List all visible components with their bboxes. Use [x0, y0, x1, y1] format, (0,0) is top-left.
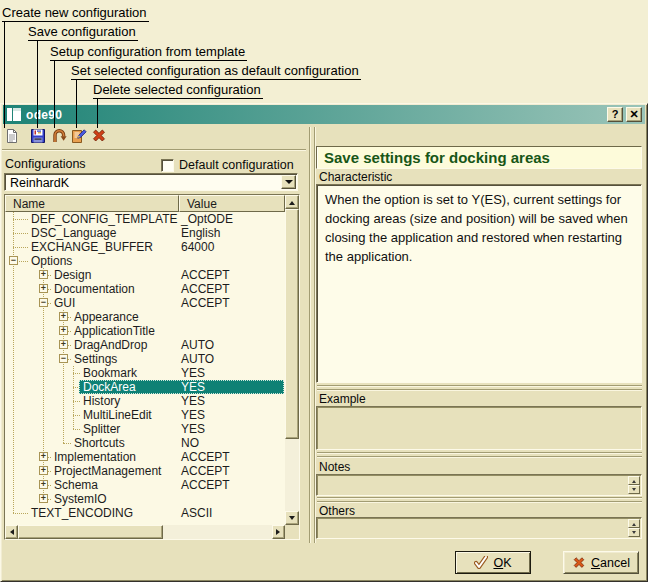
example-text-box[interactable] — [316, 406, 642, 450]
tree-connector-line — [73, 401, 80, 402]
new-configuration-button[interactable] — [3, 128, 20, 145]
tree-row[interactable]: +DesignACCEPT — [5, 268, 285, 282]
tree-row-name: Schema — [54, 478, 98, 492]
help-button[interactable]: ? — [607, 107, 623, 122]
tree-row[interactable]: EXCHANGE_BUFFER64000 — [5, 240, 285, 254]
section-splitter[interactable] — [317, 497, 642, 505]
set-default-configuration-button[interactable] — [70, 128, 87, 145]
close-button[interactable]: ✕ — [626, 107, 642, 122]
tree-row[interactable]: DSC_LanguageEnglish — [5, 226, 285, 240]
tree-row[interactable]: ShortcutsNO — [5, 436, 285, 450]
example-label: Example — [319, 392, 366, 406]
toolbar-separator — [2, 149, 306, 151]
tree-vscroll-thumb[interactable] — [285, 209, 299, 439]
tree-row-value: _OptODE — [181, 212, 233, 226]
tree-scroll-up-button[interactable] — [285, 195, 299, 209]
notes-mini-scrollbar[interactable] — [628, 476, 640, 494]
delete-configuration-button[interactable] — [90, 128, 107, 145]
set-default-configuration-icon — [71, 128, 87, 144]
tree-scroll-down-button[interactable] — [285, 511, 299, 525]
annotation-delete: Delete selected configuration — [93, 83, 263, 99]
annotation-line — [97, 98, 98, 128]
tree-row[interactable]: +DocumentationACCEPT — [5, 282, 285, 296]
triangle-up-icon — [632, 521, 636, 526]
expand-toggle-icon[interactable]: + — [39, 480, 48, 489]
tree-row[interactable]: +SystemIO — [5, 492, 285, 506]
tree-row-value: English — [181, 226, 220, 240]
mini-scroll-down-button[interactable] — [628, 485, 640, 494]
tree-row[interactable]: −Options — [5, 254, 285, 268]
tree-column-header-name[interactable]: Name — [5, 195, 179, 212]
splitter-ridge — [309, 127, 311, 543]
combobox-dropdown-button[interactable] — [281, 175, 296, 189]
tree-row-value: 64000 — [181, 240, 214, 254]
tree-column-header-value[interactable]: Value — [179, 195, 285, 212]
tree-row-value: ACCEPT — [181, 296, 230, 310]
expand-toggle-icon[interactable]: + — [39, 494, 48, 503]
tree-row[interactable]: +Appearance — [5, 310, 285, 324]
section-splitter[interactable] — [317, 452, 642, 460]
others-text-box[interactable] — [316, 517, 642, 539]
app-icon — [7, 108, 21, 121]
annotation-line — [37, 40, 38, 128]
save-configuration-button[interactable] — [29, 128, 46, 145]
characteristic-text-box[interactable]: When the option is set to Y(ES), current… — [316, 184, 642, 383]
collapse-toggle-icon[interactable]: − — [39, 298, 48, 307]
cancel-button[interactable]: Cancel — [563, 551, 639, 574]
collapse-toggle-icon[interactable]: − — [59, 354, 68, 363]
titlebar[interactable]: ode90 ? ✕ — [3, 105, 645, 124]
tree-connector-line — [13, 233, 28, 234]
tree-row[interactable]: +ImplementationACCEPT — [5, 450, 285, 464]
notes-text-box[interactable] — [316, 474, 642, 496]
configurations-combobox[interactable]: ReinhardK — [4, 173, 298, 191]
tree-hscroll-thumb[interactable] — [18, 525, 163, 539]
tree-scroll-right-button[interactable] — [272, 525, 285, 539]
mini-scroll-down-button[interactable] — [628, 528, 640, 537]
tree-content[interactable]: DEF_CONFIG_TEMPLATE_OptODEDSC_LanguageEn… — [5, 212, 285, 525]
tree-row-name: GUI — [54, 296, 75, 310]
tree-row[interactable]: HistoryYES — [5, 394, 285, 408]
tree-row[interactable]: SplitterYES — [5, 422, 285, 436]
expand-toggle-icon[interactable]: + — [39, 466, 48, 475]
configurations-combobox-value: ReinhardK — [10, 176, 69, 190]
expand-toggle-icon[interactable]: + — [59, 312, 68, 321]
annotation-set-default: Set selected configuration as default co… — [71, 64, 361, 80]
tree-row[interactable]: +ProjectManagementACCEPT — [5, 464, 285, 478]
tree-row[interactable]: +ApplicationTitle — [5, 324, 285, 338]
notes-label: Notes — [319, 460, 350, 474]
others-mini-scrollbar[interactable] — [628, 519, 640, 537]
triangle-down-icon — [289, 516, 295, 523]
expand-toggle-icon[interactable]: + — [59, 340, 68, 349]
collapse-toggle-icon[interactable]: − — [9, 256, 18, 265]
tree-row-value: ACCEPT — [181, 268, 230, 282]
tree-row-name: Design — [54, 268, 91, 282]
configuration-tree[interactable]: Name Value DEF_CONFIG_TEMPLATE_OptODEDSC… — [4, 194, 300, 540]
tree-connector-line — [13, 219, 28, 220]
tree-row[interactable]: MultiLineEditYES — [5, 408, 285, 422]
annotation-setup-template: Setup configuration from template — [50, 45, 247, 61]
tree-row-name: Appearance — [74, 310, 139, 324]
expand-toggle-icon[interactable]: + — [39, 270, 48, 279]
tree-row-name: Implementation — [54, 450, 136, 464]
expand-toggle-icon[interactable]: + — [39, 452, 48, 461]
characteristic-text: When the option is set to Y(ES), current… — [325, 190, 633, 266]
tree-row[interactable]: +SchemaACCEPT — [5, 478, 285, 492]
tree-row[interactable]: TEXT_ENCODINGASCII — [5, 506, 285, 520]
setup-from-template-button[interactable] — [50, 128, 67, 145]
tree-row[interactable]: BookmarkYES — [5, 366, 285, 380]
default-configuration-checkbox[interactable] — [161, 159, 174, 172]
tree-row[interactable]: DockAreaYES — [5, 380, 285, 394]
ok-button[interactable]: OK — [455, 551, 531, 574]
tree-row[interactable]: +DragAndDropAUTO — [5, 338, 285, 352]
tree-row-value: ACCEPT — [181, 450, 230, 464]
splitter-ridge — [317, 497, 642, 499]
tree-row[interactable]: −GUIACCEPT — [5, 296, 285, 310]
expand-toggle-icon[interactable]: + — [39, 284, 48, 293]
tree-row[interactable]: DEF_CONFIG_TEMPLATE_OptODE — [5, 212, 285, 226]
mini-scroll-up-button[interactable] — [628, 476, 640, 485]
tree-scroll-left-button[interactable] — [5, 525, 18, 539]
mini-scroll-up-button[interactable] — [628, 519, 640, 528]
tree-row[interactable]: −SettingsAUTO — [5, 352, 285, 366]
expand-toggle-icon[interactable]: + — [59, 326, 68, 335]
tree-row-value: YES — [181, 366, 205, 380]
